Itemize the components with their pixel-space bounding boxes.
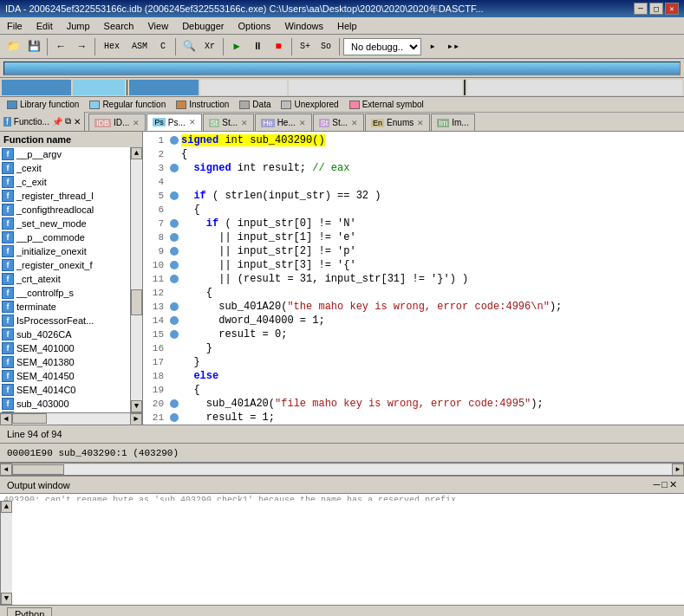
func-item-2[interactable]: f _c_exit bbox=[0, 175, 130, 189]
menu-search[interactable]: Search bbox=[97, 19, 141, 33]
debug-dropdown[interactable]: No debugg... bbox=[343, 38, 421, 55]
tb-save[interactable]: 💾 bbox=[24, 37, 43, 56]
tb-open[interactable]: 📁 bbox=[3, 37, 23, 56]
horiz-scroll[interactable]: ◄ ► bbox=[0, 463, 684, 475]
tb-c[interactable]: C bbox=[154, 37, 172, 56]
menu-debugger[interactable]: Debugger bbox=[175, 19, 231, 33]
func-item-16[interactable]: f SEM_401450 bbox=[0, 369, 130, 383]
output-min-btn[interactable]: ─ bbox=[654, 479, 661, 490]
line-num-15: 15 bbox=[143, 329, 167, 340]
func-item-0[interactable]: f __p__argv bbox=[0, 147, 130, 161]
hscroll-right[interactable]: ► bbox=[130, 413, 142, 425]
func-item-10[interactable]: f __controlfp_s bbox=[0, 286, 130, 300]
tab-ps-close[interactable]: ✕ bbox=[189, 118, 196, 126]
func-item-3[interactable]: f _register_thread_l bbox=[0, 189, 130, 203]
output-restore-btn[interactable]: □ bbox=[661, 479, 668, 490]
python-button[interactable]: Python bbox=[7, 607, 52, 617]
tb-asm[interactable]: ASM bbox=[127, 37, 153, 56]
func-item-7[interactable]: f _initialize_onexit bbox=[0, 244, 130, 258]
scroll-down-btn[interactable]: ▼ bbox=[131, 400, 142, 412]
tab-st2-close[interactable]: ✕ bbox=[351, 119, 358, 127]
scroll-thumb[interactable] bbox=[131, 289, 142, 315]
menu-view[interactable]: View bbox=[140, 19, 175, 33]
hscroll-right-main[interactable]: ► bbox=[672, 464, 684, 476]
func-item-13[interactable]: f sub_4026CA bbox=[0, 327, 130, 341]
minimize-button[interactable]: ─ bbox=[634, 3, 648, 15]
tb-run[interactable]: ▶ bbox=[227, 37, 246, 56]
title-bar: IDA - 2006245ef322553166c.idb (2006245ef… bbox=[0, 0, 684, 17]
tb-fwd[interactable]: → bbox=[72, 37, 91, 56]
hscroll-thumb[interactable] bbox=[12, 413, 47, 424]
out-scroll-up[interactable]: ▲ bbox=[1, 501, 12, 513]
tb-stop[interactable]: ■ bbox=[269, 37, 288, 56]
func-item-17[interactable]: f SEM_4014C0 bbox=[0, 383, 130, 397]
tab-hex[interactable]: He He... ✕ bbox=[255, 113, 312, 131]
func-tab-label[interactable]: Functio... bbox=[14, 117, 49, 126]
output-scrollbar[interactable]: ▲ ▼ bbox=[0, 501, 12, 605]
func-scrollbar[interactable]: ▲ ▼ bbox=[130, 147, 142, 412]
tab-en-close[interactable]: ✕ bbox=[417, 119, 424, 127]
func-name-16: SEM_401450 bbox=[16, 371, 75, 381]
tab-strings[interactable]: St St... ✕ bbox=[203, 113, 254, 131]
tab-pseudocode[interactable]: Ps Ps... ✕ bbox=[147, 113, 202, 131]
out-scroll-down[interactable]: ▼ bbox=[1, 593, 12, 605]
code-view[interactable]: 1 signed int sub_403290() 2 { 3 signed i… bbox=[143, 132, 684, 425]
tb-search[interactable]: 🔍 bbox=[179, 37, 199, 56]
tb-stepover[interactable]: So bbox=[316, 37, 335, 56]
menu-help[interactable]: Help bbox=[330, 19, 364, 33]
code-text-21: result = 1; bbox=[181, 412, 275, 424]
close-button[interactable]: ✕ bbox=[665, 3, 679, 15]
tb-more2[interactable]: ▸▸ bbox=[444, 37, 463, 56]
toolbar: 📁 💾 ← → Hex ASM C 🔍 Xr ▶ ⏸ ■ S+ So No de… bbox=[0, 35, 684, 59]
hscroll-left-main[interactable]: ◄ bbox=[0, 464, 12, 476]
line-dot-3 bbox=[170, 164, 179, 172]
menu-options[interactable]: Options bbox=[231, 19, 277, 33]
tab-idb[interactable]: IDB ID... ✕ bbox=[88, 113, 146, 131]
func-icon-6: f bbox=[2, 231, 14, 243]
tab-idb-close[interactable]: ✕ bbox=[133, 119, 140, 127]
func-item-11[interactable]: f terminate bbox=[0, 300, 130, 314]
tab-enums[interactable]: En Enums ✕ bbox=[365, 113, 430, 131]
tab-st-close[interactable]: ✕ bbox=[241, 119, 248, 127]
menu-windows[interactable]: Windows bbox=[277, 19, 330, 33]
hscroll-main-thumb[interactable] bbox=[12, 464, 64, 475]
tab-he-close[interactable]: ✕ bbox=[299, 119, 306, 127]
tab-structs[interactable]: St St... ✕ bbox=[313, 113, 364, 131]
func-hscroll[interactable]: ◄ ► bbox=[0, 412, 142, 425]
func-item-18[interactable]: f sub_403000 bbox=[0, 397, 130, 411]
tb-more[interactable]: ▸ bbox=[423, 37, 442, 56]
func-item-15[interactable]: f SEM_401380 bbox=[0, 355, 130, 369]
line-num-14: 14 bbox=[143, 315, 167, 326]
menu-file[interactable]: File bbox=[0, 19, 29, 33]
tab-imports[interactable]: Im Im... bbox=[431, 113, 474, 131]
func-item-8[interactable]: f _register_onexit_f bbox=[0, 258, 130, 272]
scroll-up-btn[interactable]: ▲ bbox=[131, 147, 142, 159]
line-nodot-19 bbox=[170, 386, 179, 394]
func-item-14[interactable]: f SEM_401000 bbox=[0, 341, 130, 355]
tb-back[interactable]: ← bbox=[51, 37, 70, 56]
menu-jump[interactable]: Jump bbox=[60, 19, 97, 33]
tb-step[interactable]: S+ bbox=[296, 37, 315, 56]
tb-refs[interactable]: Xr bbox=[200, 37, 219, 56]
hscroll-left[interactable]: ◄ bbox=[0, 413, 12, 425]
func-item-9[interactable]: f _crt_atexit bbox=[0, 272, 130, 286]
tb-pause[interactable]: ⏸ bbox=[248, 37, 267, 56]
menu-edit[interactable]: Edit bbox=[29, 19, 60, 33]
output-close-btn[interactable]: ✕ bbox=[669, 479, 677, 490]
func-tab-close[interactable]: ✕ bbox=[74, 117, 81, 126]
maximize-button[interactable]: □ bbox=[649, 3, 663, 15]
func-tab-float[interactable]: ⧉ bbox=[65, 116, 71, 126]
func-item-1[interactable]: f _cexit bbox=[0, 161, 130, 175]
tab-he-label: He... bbox=[277, 118, 296, 127]
tb-hex[interactable]: Hex bbox=[99, 37, 125, 56]
func-item-12[interactable]: f IsProcessorFeat... bbox=[0, 314, 130, 327]
func-item-5[interactable]: f _set_new_mode bbox=[0, 217, 130, 230]
address-input[interactable] bbox=[3, 62, 681, 75]
func-icon-9: f bbox=[2, 273, 14, 285]
func-item-6[interactable]: f __p__commode bbox=[0, 230, 130, 244]
code-text-5: if ( strlen(input_str) == 32 ) bbox=[181, 190, 381, 202]
line-num-20: 20 bbox=[143, 399, 167, 409]
func-tab-pin[interactable]: 📌 bbox=[52, 117, 62, 126]
func-item-4[interactable]: f _configthreadlocal bbox=[0, 203, 130, 217]
func-list-header: Function name bbox=[0, 132, 142, 147]
